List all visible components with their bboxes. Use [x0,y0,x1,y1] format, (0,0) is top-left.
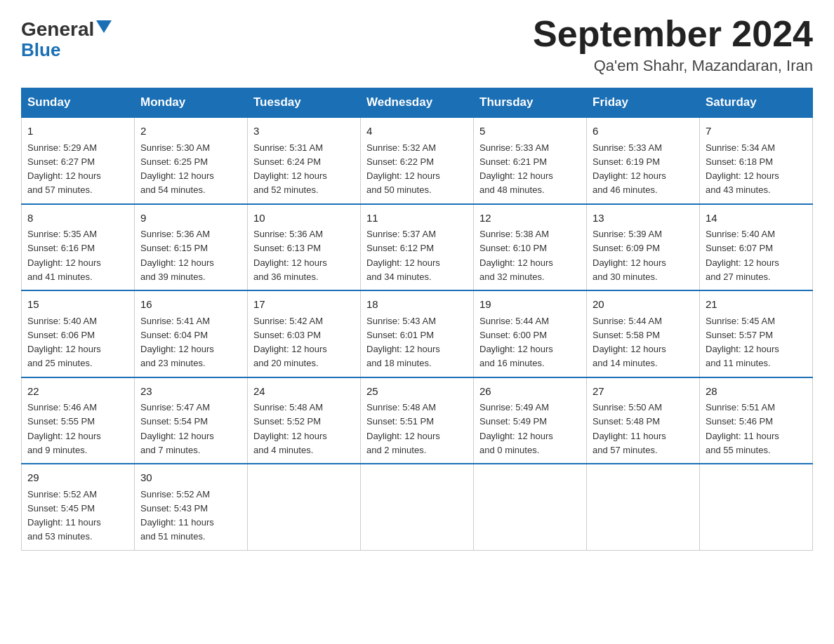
day-number: 18 [366,297,468,313]
calendar-week-row: 8 Sunrise: 5:35 AMSunset: 6:16 PMDayligh… [22,204,813,291]
day-number: 16 [140,297,241,313]
calendar-day-cell [474,464,587,550]
header-saturday: Saturday [700,88,813,118]
calendar-day-cell: 20 Sunrise: 5:44 AMSunset: 5:58 PMDaylig… [587,290,700,377]
weekday-header-row: Sunday Monday Tuesday Wednesday Thursday… [22,88,813,118]
calendar-day-cell: 13 Sunrise: 5:39 AMSunset: 6:09 PMDaylig… [587,204,700,291]
calendar-day-cell [361,464,474,550]
calendar-day-cell: 18 Sunrise: 5:43 AMSunset: 6:01 PMDaylig… [361,290,474,377]
day-number: 13 [593,210,694,227]
calendar-week-row: 1 Sunrise: 5:29 AMSunset: 6:27 PMDayligh… [22,117,813,204]
calendar-body: 1 Sunrise: 5:29 AMSunset: 6:27 PMDayligh… [22,117,813,550]
day-info: Sunrise: 5:45 AMSunset: 5:57 PMDaylight:… [706,316,779,369]
logo-general-text: General [21,20,94,39]
day-number: 6 [593,123,694,140]
logo: General Blue [21,20,112,59]
day-number: 29 [27,470,128,486]
calendar-week-row: 22 Sunrise: 5:46 AMSunset: 5:55 PMDaylig… [22,377,813,464]
calendar-day-cell: 12 Sunrise: 5:38 AMSunset: 6:10 PMDaylig… [474,204,587,291]
day-info: Sunrise: 5:33 AMSunset: 6:19 PMDaylight:… [593,142,666,196]
day-number: 5 [479,123,581,140]
day-info: Sunrise: 5:46 AMSunset: 5:55 PMDaylight:… [27,402,101,455]
day-info: Sunrise: 5:51 AMSunset: 5:46 PMDaylight:… [706,402,779,455]
calendar-day-cell: 2 Sunrise: 5:30 AMSunset: 6:25 PMDayligh… [135,117,248,204]
calendar-day-cell: 27 Sunrise: 5:50 AMSunset: 5:48 PMDaylig… [587,377,700,464]
day-info: Sunrise: 5:52 AMSunset: 5:45 PMDaylight:… [27,489,101,542]
day-info: Sunrise: 5:36 AMSunset: 6:15 PMDaylight:… [140,229,214,282]
calendar-day-cell: 24 Sunrise: 5:48 AMSunset: 5:52 PMDaylig… [248,377,361,464]
calendar-week-row: 15 Sunrise: 5:40 AMSunset: 6:06 PMDaylig… [22,290,813,377]
calendar-day-cell: 5 Sunrise: 5:33 AMSunset: 6:21 PMDayligh… [474,117,587,204]
day-number: 22 [27,384,128,400]
day-info: Sunrise: 5:30 AMSunset: 6:25 PMDaylight:… [140,142,214,196]
day-info: Sunrise: 5:40 AMSunset: 6:07 PMDaylight:… [706,229,779,282]
calendar-day-cell: 10 Sunrise: 5:36 AMSunset: 6:13 PMDaylig… [248,204,361,291]
day-info: Sunrise: 5:50 AMSunset: 5:48 PMDaylight:… [593,402,666,455]
day-info: Sunrise: 5:37 AMSunset: 6:12 PMDaylight:… [366,229,440,282]
calendar-day-cell: 3 Sunrise: 5:31 AMSunset: 6:24 PMDayligh… [248,117,361,204]
day-info: Sunrise: 5:29 AMSunset: 6:27 PMDaylight:… [27,142,101,196]
day-info: Sunrise: 5:40 AMSunset: 6:06 PMDaylight:… [27,316,101,369]
day-info: Sunrise: 5:48 AMSunset: 5:51 PMDaylight:… [366,402,440,455]
day-info: Sunrise: 5:48 AMSunset: 5:52 PMDaylight:… [253,402,327,455]
calendar-table: Sunday Monday Tuesday Wednesday Thursday… [21,88,813,551]
day-number: 12 [479,210,581,227]
calendar-day-cell: 28 Sunrise: 5:51 AMSunset: 5:46 PMDaylig… [700,377,813,464]
day-number: 19 [479,297,581,313]
header-monday: Monday [135,88,248,118]
day-number: 17 [253,297,355,313]
day-info: Sunrise: 5:44 AMSunset: 5:58 PMDaylight:… [593,316,666,369]
day-info: Sunrise: 5:49 AMSunset: 5:49 PMDaylight:… [479,402,553,455]
day-number: 11 [366,210,468,227]
day-info: Sunrise: 5:34 AMSunset: 6:18 PMDaylight:… [706,142,779,196]
day-number: 4 [366,123,468,140]
header-sunday: Sunday [22,88,135,118]
day-number: 3 [253,123,355,140]
day-info: Sunrise: 5:41 AMSunset: 6:04 PMDaylight:… [140,316,214,369]
calendar-day-cell: 17 Sunrise: 5:42 AMSunset: 6:03 PMDaylig… [248,290,361,377]
day-info: Sunrise: 5:47 AMSunset: 5:54 PMDaylight:… [140,402,214,455]
day-info: Sunrise: 5:43 AMSunset: 6:01 PMDaylight:… [366,316,440,369]
calendar-day-cell: 26 Sunrise: 5:49 AMSunset: 5:49 PMDaylig… [474,377,587,464]
calendar-day-cell: 15 Sunrise: 5:40 AMSunset: 6:06 PMDaylig… [22,290,135,377]
calendar-day-cell [587,464,700,550]
calendar-day-cell: 16 Sunrise: 5:41 AMSunset: 6:04 PMDaylig… [135,290,248,377]
calendar-day-cell [700,464,813,550]
header-friday: Friday [587,88,700,118]
day-info: Sunrise: 5:36 AMSunset: 6:13 PMDaylight:… [253,229,327,282]
day-number: 1 [27,123,128,140]
calendar-day-cell: 22 Sunrise: 5:46 AMSunset: 5:55 PMDaylig… [22,377,135,464]
day-number: 21 [706,297,807,313]
day-number: 25 [366,384,468,400]
header-thursday: Thursday [474,88,587,118]
calendar-day-cell: 21 Sunrise: 5:45 AMSunset: 5:57 PMDaylig… [700,290,813,377]
day-number: 14 [706,210,807,227]
calendar-day-cell: 1 Sunrise: 5:29 AMSunset: 6:27 PMDayligh… [22,117,135,204]
day-number: 15 [27,297,128,313]
day-number: 26 [479,384,581,400]
day-number: 24 [253,384,355,400]
calendar-day-cell [248,464,361,550]
calendar-day-cell: 7 Sunrise: 5:34 AMSunset: 6:18 PMDayligh… [700,117,813,204]
svg-marker-0 [96,20,112,33]
calendar-day-cell: 9 Sunrise: 5:36 AMSunset: 6:15 PMDayligh… [135,204,248,291]
day-info: Sunrise: 5:38 AMSunset: 6:10 PMDaylight:… [479,229,553,282]
day-number: 27 [593,384,694,400]
day-info: Sunrise: 5:31 AMSunset: 6:24 PMDaylight:… [253,142,327,196]
calendar-day-cell: 11 Sunrise: 5:37 AMSunset: 6:12 PMDaylig… [361,204,474,291]
day-info: Sunrise: 5:44 AMSunset: 6:00 PMDaylight:… [479,316,553,369]
calendar-day-cell: 19 Sunrise: 5:44 AMSunset: 6:00 PMDaylig… [474,290,587,377]
calendar-day-cell: 14 Sunrise: 5:40 AMSunset: 6:07 PMDaylig… [700,204,813,291]
day-number: 2 [140,123,241,140]
day-number: 20 [593,297,694,313]
day-number: 7 [706,123,807,140]
day-number: 10 [253,210,355,227]
calendar-day-cell: 30 Sunrise: 5:52 AMSunset: 5:43 PMDaylig… [135,464,248,550]
calendar-day-cell: 6 Sunrise: 5:33 AMSunset: 6:19 PMDayligh… [587,117,700,204]
logo-triangle-icon [96,20,112,36]
header-tuesday: Tuesday [248,88,361,118]
title-section: September 2024 Qa'em Shahr, Mazandaran, … [533,14,813,75]
day-info: Sunrise: 5:35 AMSunset: 6:16 PMDaylight:… [27,229,101,282]
day-number: 30 [140,470,241,486]
calendar-day-cell: 8 Sunrise: 5:35 AMSunset: 6:16 PMDayligh… [22,204,135,291]
